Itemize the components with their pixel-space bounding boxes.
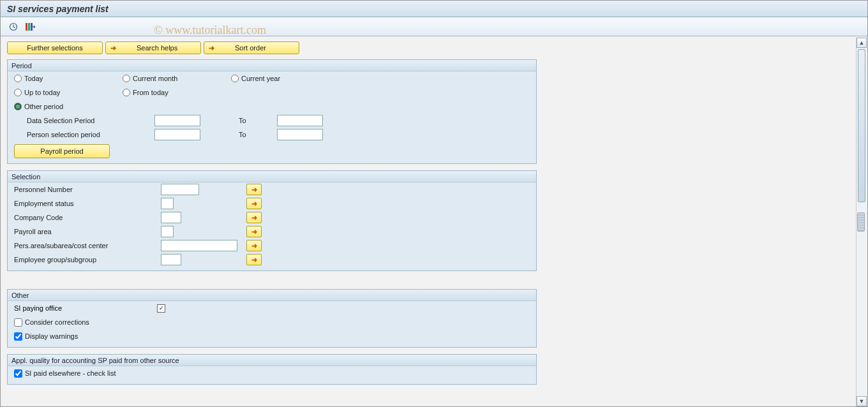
radio-label: From today (133, 89, 168, 96)
scroll-down-button[interactable]: ▼ (857, 396, 867, 406)
sel-company-code: Company Code ➜ (8, 211, 536, 225)
sort-order-button[interactable]: ➜ Sort order (204, 41, 299, 54)
pers-area-input[interactable] (161, 240, 237, 251)
row-si-paying-office: SI paying office ✓ (8, 301, 536, 315)
field-label: Person selection period (27, 131, 154, 138)
variant-icon[interactable] (25, 22, 35, 32)
radio-label: Other period (24, 103, 63, 110)
checkbox-label: SI paid elsewhere - check list (25, 369, 116, 377)
data-selection-period-row: Data Selection Period To (20, 114, 536, 128)
group-title: Appl. quality for accounting SP paid fro… (8, 355, 536, 366)
further-selections-button[interactable]: Further selections (7, 41, 103, 54)
field-label: Payroll area (14, 228, 161, 235)
person-selection-from-input[interactable] (154, 129, 200, 140)
row-consider-corrections: Consider corrections (8, 315, 536, 329)
radio-label: Current month (133, 75, 177, 82)
company-code-input[interactable] (161, 212, 181, 223)
radio-today[interactable] (14, 75, 22, 82)
to-label: To (239, 131, 277, 138)
search-helps-button[interactable]: ➜ Search helps (105, 41, 201, 54)
sel-payroll-area: Payroll area ➜ (8, 225, 536, 239)
employee-group-input[interactable] (161, 254, 181, 265)
sel-employee-group: Employee group/subgroup ➜ (8, 253, 536, 267)
button-label: Further selections (27, 42, 82, 54)
svg-line-2 (13, 27, 15, 28)
scroll-thumb[interactable] (858, 49, 865, 202)
svg-rect-5 (31, 23, 33, 31)
group-other: Other SI paying office ✓ Consider correc… (7, 289, 537, 348)
arrow-right-icon: ➜ (251, 228, 257, 236)
group-period: Period Today Current month Current year … (7, 59, 537, 164)
radio-other-period[interactable] (14, 103, 22, 110)
vertical-scrollbar[interactable]: ▲ ▼ (856, 38, 866, 406)
multi-select-button[interactable]: ➜ (246, 184, 262, 195)
field-label: Personnel Number (14, 186, 161, 193)
arrow-right-icon: ➜ (251, 200, 257, 208)
radio-label: Current year (241, 75, 280, 82)
arrow-right-icon: ➜ (207, 42, 216, 54)
period-row-3: Other period (8, 100, 536, 114)
top-button-row: Further selections ➜ Search helps ➜ Sort… (7, 41, 848, 54)
page-title: SI services payment list (7, 4, 108, 14)
form-scroll: Further selections ➜ Search helps ➜ Sort… (1, 38, 855, 406)
multi-select-button[interactable]: ➜ (246, 212, 262, 223)
field-label: Data Selection Period (27, 117, 154, 124)
window: SI services payment list © www.tutorialk… (0, 0, 868, 407)
arrow-right-icon: ➜ (251, 186, 257, 194)
field-label: Pers.area/subarea/cost center (14, 242, 161, 249)
group-title: Other (8, 290, 536, 301)
arrow-right-icon: ➜ (251, 214, 257, 222)
row-si-paid-elsewhere: SI paid elsewhere - check list (8, 366, 536, 380)
person-selection-to-input[interactable] (277, 129, 323, 140)
button-label: Sort order (235, 42, 266, 54)
field-label: Employment status (14, 200, 161, 207)
group-title: Selection (8, 171, 536, 182)
data-selection-to-input[interactable] (277, 115, 323, 126)
si-paid-elsewhere-checkbox[interactable] (14, 369, 22, 378)
app-toolbar (1, 17, 867, 36)
sel-employment-status: Employment status ➜ (8, 196, 536, 211)
period-row-2: Up to today From today (8, 85, 536, 100)
radio-label: Up to today (24, 89, 60, 96)
radio-current-year[interactable] (231, 75, 239, 82)
arrow-right-icon: ➜ (251, 256, 257, 264)
group-appl-quality: Appl. quality for accounting SP paid fro… (7, 354, 537, 385)
checkbox-label: Display warnings (25, 332, 78, 340)
execute-icon[interactable] (8, 22, 19, 32)
employment-status-input[interactable] (161, 198, 174, 209)
field-label: Employee group/subgroup (14, 256, 161, 263)
person-selection-period-row: Person selection period To (20, 128, 536, 142)
title-bar: SI services payment list (1, 1, 867, 17)
svg-rect-3 (26, 23, 27, 31)
display-warnings-checkbox[interactable] (14, 332, 22, 341)
payroll-period-button[interactable]: Payroll period (14, 144, 110, 158)
personnel-number-input[interactable] (161, 184, 199, 195)
field-label: SI paying office (14, 304, 154, 312)
checkbox-label: Consider corrections (25, 318, 89, 326)
button-label: Search helps (137, 42, 177, 54)
arrow-right-icon: ➜ (251, 242, 257, 250)
data-selection-from-input[interactable] (154, 115, 200, 126)
matchcode-button[interactable]: ✓ (157, 304, 165, 313)
scroll-up-button[interactable]: ▲ (857, 38, 867, 48)
payroll-area-input[interactable] (161, 226, 174, 237)
multi-select-button[interactable]: ➜ (246, 240, 262, 251)
content-area: Further selections ➜ Search helps ➜ Sort… (1, 38, 867, 406)
sel-pers-area: Pers.area/subarea/cost center ➜ (8, 239, 536, 253)
button-label: Payroll period (40, 145, 83, 157)
group-title: Period (8, 60, 536, 71)
arrow-right-icon: ➜ (108, 42, 117, 54)
radio-up-to-today[interactable] (14, 89, 22, 96)
multi-select-button[interactable]: ➜ (246, 198, 262, 209)
radio-current-month[interactable] (123, 75, 130, 82)
period-row-1: Today Current month Current year (8, 71, 536, 85)
scroll-grip-icon (857, 212, 865, 232)
field-label: Company Code (14, 214, 161, 221)
radio-from-today[interactable] (123, 89, 130, 96)
sel-personnel-number: Personnel Number ➜ (8, 182, 536, 196)
multi-select-button[interactable]: ➜ (246, 254, 262, 265)
multi-select-button[interactable]: ➜ (246, 226, 262, 237)
group-selection: Selection Personnel Number ➜ Employment … (7, 170, 537, 271)
consider-corrections-checkbox[interactable] (14, 318, 22, 327)
row-display-warnings: Display warnings (8, 329, 536, 343)
